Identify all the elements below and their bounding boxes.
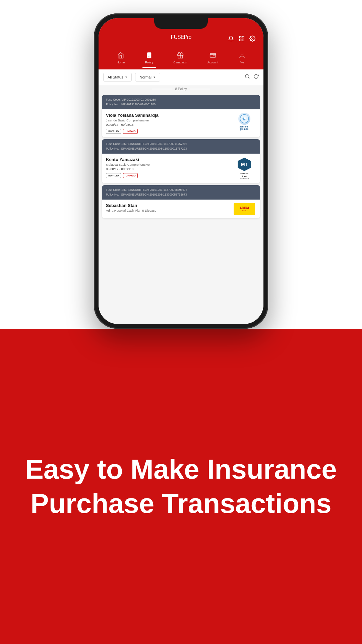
nav-label-policy: Policy [145,61,153,64]
refresh-icon[interactable] [253,74,259,80]
policy-card-1-fuse-code: Fuse Code: VIP-20191203-01-0001280 [106,98,256,102]
status-filter-label: All Status [108,75,123,79]
malacca-shield-wrap: MT [237,157,252,172]
nav-item-home[interactable]: Home [113,51,128,65]
badge-unpaid-1: UNPAID [123,129,138,134]
phone-frame: FUSEPro [94,13,268,329]
phone-screen: FUSEPro [99,18,263,324]
policy-card-1-policy-no: Policy No. : VIP-20191203-01-0001280 [106,102,256,107]
nav-label-account: Account [207,61,219,64]
policy-card-1[interactable]: Fuse Code: VIP-20191203-01-0001280 Polic… [102,95,260,137]
svg-point-12 [241,53,243,55]
svg-rect-2 [239,39,241,41]
bell-icon[interactable] [228,36,234,43]
policy-count: 8 Policy [99,85,263,93]
status-filter-btn[interactable]: All Status ▼ [103,73,132,82]
bottom-section: Easy to Make Insurance Purchase Transact… [0,329,362,644]
policy-card-3-header: Fuse Code: SIMASINSURETECH-20191203-1137… [102,185,260,200]
policy-logo-malacca: MT malaccatrustinsurance [233,157,256,180]
policy-card-1-header: Fuse Code: VIP-20191203-01-0001280 Polic… [102,95,260,109]
nav-label-campaign: Campaign [173,61,187,64]
policy-info-2: Kento Yamazaki Malacca Basic Comprehensi… [106,157,230,178]
phone-wrapper: FUSEPro [94,13,268,329]
nav-item-account[interactable]: Account [204,51,222,65]
malacca-text: malaccatrustinsurance [240,172,249,180]
svg-rect-0 [239,36,241,38]
search-icon[interactable] [245,74,250,80]
policy-date-2: 09/08/17 - 09/08/18 [106,167,230,171]
policy-card-2-fuse-code: Fuse Code: SIMASINSURETECH-20191203-1157… [106,142,256,147]
svg-rect-1 [242,36,244,38]
layers-icon[interactable] [239,36,245,43]
policy-icon [146,52,153,60]
app-top-bar: FUSEPro [107,32,255,48]
badge-unpaid-2: UNPAID [123,173,138,178]
nav-item-campaign[interactable]: Campaign [170,51,190,65]
settings-icon[interactable] [249,36,255,43]
policy-badges-2: INVALID UNPAID [106,173,230,178]
screen-content: FUSEPro [99,18,263,324]
logo-text: FUSE [171,34,184,40]
bottom-tagline: Easy to Make Insurance Purchase Transact… [20,452,342,521]
svg-point-4 [252,38,253,40]
svg-point-13 [245,74,249,78]
policy-card-3-policy-no: Policy No. : SIMASINSURETECH-20191203-11… [106,193,256,197]
adira-logo: ADIRA FINANCE [234,203,255,215]
policy-list[interactable]: Fuse Code: VIP-20191203-01-0001280 Polic… [99,93,263,324]
policy-logo-adira: ADIRA FINANCE [233,203,256,215]
policy-card-2-body: Kento Yamazaki Malacca Basic Comprehensi… [102,154,260,183]
notch [154,18,208,29]
policy-card-1-body: Viola Yosiana Samihardja Jasindo Basic C… [102,109,260,137]
badge-invalid-2: INVALID [106,173,121,178]
header-icons [228,36,255,43]
policy-card-2-policy-no: Policy No. : SIMASINSURETECH-20191203-11… [106,147,256,151]
policy-name-1: Viola Yosiana Samihardja [106,113,230,118]
adira-sub: FINANCE [241,210,248,212]
policy-date-1: 09/08/17 - 09/08/18 [106,123,230,126]
nav-item-me[interactable]: Me [235,51,249,65]
policy-info-1: Viola Yosiana Samihardja Jasindo Basic C… [106,113,230,134]
policy-product-1: Jasindo Basic Comprehensive [106,118,230,122]
policy-count-text: 8 Policy [175,87,187,91]
gift-icon [177,52,184,60]
policy-name-3: Sebastian Stan [106,203,230,208]
policy-card-2-header: Fuse Code: SIMASINSURETECH-20191203-1157… [102,139,260,154]
policy-card-3[interactable]: Fuse Code: SIMASINSURETECH-20191203-1137… [102,185,260,218]
svg-rect-11 [210,53,216,57]
logo-super: Pro [184,34,191,40]
malacca-logo: MT malaccatrustinsurance [237,157,252,180]
type-filter-label: Normal [139,75,151,79]
top-section: FUSEPro [0,0,362,329]
badge-invalid-1: INVALID [106,129,121,134]
user-icon [239,52,245,60]
svg-text:MT: MT [241,162,248,167]
policy-product-2: Malacca Basic Comprehensive [106,163,230,166]
policy-product-3: Adira Hospital Cash Plan 5 Disease [106,209,230,212]
policy-card-3-fuse-code: Fuse Code: SIMASINSURETECH-20191203-1137… [106,188,256,193]
wallet-icon [209,52,216,60]
policy-info-3: Sebastian Stan Adira Hospital Cash Plan … [106,203,230,213]
svg-point-16 [244,117,246,119]
policy-name-2: Kento Yamazaki [106,157,230,162]
status-dropdown-icon: ▼ [125,76,127,79]
policy-card-3-body: Sebastian Stan Adira Hospital Cash Plan … [102,200,260,218]
filter-bar: All Status ▼ Normal ▼ [99,69,263,85]
app-logo: FUSEPro [171,34,191,45]
svg-line-14 [248,77,249,78]
policy-count-line: 8 Policy [101,87,261,91]
nav-label-me: Me [240,61,244,64]
jasindo-text: asuransijasindo [240,125,249,130]
type-filter-btn[interactable]: Normal ▼ [135,73,160,82]
svg-rect-3 [242,39,244,41]
type-dropdown-icon: ▼ [153,76,156,79]
policy-card-2[interactable]: Fuse Code: SIMASINSURETECH-20191203-1157… [102,139,260,183]
adira-logo-inner: ADIRA FINANCE [239,206,249,212]
home-icon [117,52,124,60]
jasindo-circle [238,113,250,125]
jasindo-logo: asuransijasindo [238,113,250,130]
policy-logo-jasindo: asuransijasindo [233,113,256,130]
policy-badges-1: INVALID UNPAID [106,129,230,134]
bottom-nav: Home [107,48,255,69]
nav-item-policy[interactable]: Policy [142,51,157,65]
nav-label-home: Home [117,61,125,64]
